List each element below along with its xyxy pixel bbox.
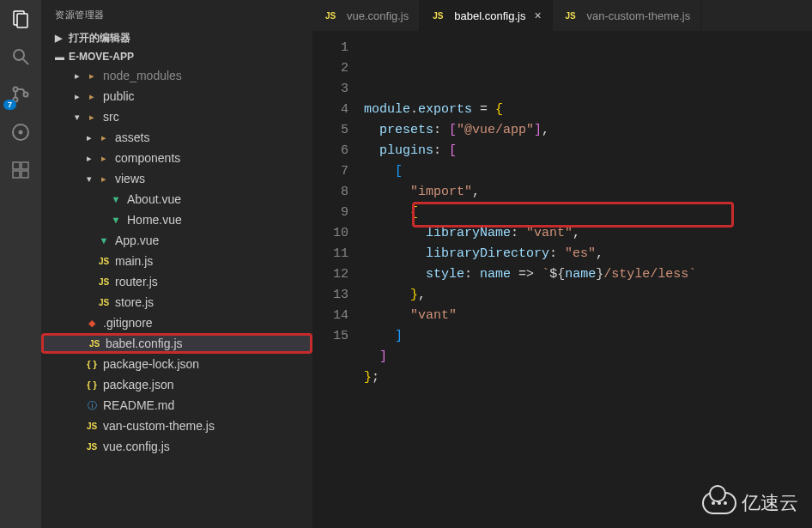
editor-body[interactable]: 123456789101112131415 module.exports = {…	[312, 31, 812, 528]
code-line[interactable]: },	[364, 285, 812, 306]
line-number: 14	[312, 306, 348, 326]
line-number: 4	[312, 100, 348, 120]
cloud-icon	[702, 492, 736, 514]
js-file-icon: JS	[323, 11, 338, 21]
tree-item[interactable]: ▸▸components	[41, 148, 312, 168]
line-number: 1	[312, 38, 348, 58]
sidebar-title: 资源管理器	[41, 0, 312, 28]
tree-item[interactable]: JSstore.js	[41, 292, 312, 313]
tree-item-label: router.js	[115, 275, 158, 288]
chevron-right-icon: ▸	[70, 70, 84, 82]
info-file-icon: ⓘ	[84, 399, 100, 412]
tree-item-label: node_modules	[103, 69, 182, 82]
tree-item-label: store.js	[115, 295, 154, 309]
tree-item[interactable]: ▸▸public	[41, 86, 312, 106]
vue-file-icon: ▼	[96, 235, 112, 246]
code-line[interactable]: ]	[364, 347, 812, 367]
tree-item-label: src	[103, 110, 119, 124]
tree-item[interactable]: ▾▸src	[41, 106, 312, 127]
file-tree[interactable]: ▸▸node_modules▸▸public▾▸src▸▸assets▸▸com…	[41, 65, 312, 528]
code-content[interactable]: module.exports = { presets: ["@vue/app"]…	[364, 31, 812, 528]
tree-item-label: App.vue	[115, 234, 159, 247]
tree-item-label: assets	[115, 130, 149, 144]
json-file-icon: { }	[84, 359, 100, 369]
code-line[interactable]: style: name => `${name}/style/less`	[364, 264, 812, 285]
chevron-right-icon: ▸	[82, 153, 96, 164]
line-number: 15	[312, 326, 348, 347]
tree-item[interactable]: ▸▸assets	[41, 127, 312, 148]
tree-item[interactable]: JSmain.js	[41, 251, 312, 271]
svg-point-8	[20, 131, 22, 134]
tree-item[interactable]: ▼App.vue	[41, 230, 312, 251]
js-file-icon: JS	[87, 339, 102, 349]
js-file-icon: JS	[84, 422, 100, 431]
code-line[interactable]: };	[364, 367, 812, 388]
line-number: 9	[312, 203, 348, 223]
svg-rect-9	[13, 162, 20, 169]
svg-point-6	[24, 93, 28, 97]
line-number: 11	[312, 244, 348, 264]
code-line[interactable]: ]	[364, 326, 812, 347]
editor-tab[interactable]: JSvan-custom-theme.js	[553, 0, 702, 31]
chevron-down-icon: ▾	[70, 112, 84, 123]
js-file-icon: JS	[96, 277, 112, 287]
explorer-icon[interactable]	[9, 7, 33, 31]
tree-item[interactable]: JSvan-custom-theme.js	[41, 416, 312, 436]
editor-tab[interactable]: JSvue.config.js	[312, 0, 420, 31]
tree-item[interactable]: JSrouter.js	[41, 271, 312, 292]
code-line[interactable]: module.exports = {	[364, 100, 812, 120]
code-line[interactable]: libraryDirectory: "es",	[364, 244, 812, 264]
extensions-icon[interactable]	[9, 158, 33, 182]
tree-item-label: README.md	[103, 398, 174, 412]
code-line[interactable]: "import",	[364, 182, 812, 203]
folder-icon: ▸	[96, 173, 112, 185]
js-file-icon: JS	[563, 11, 579, 21]
vue-file-icon: ▼	[108, 215, 124, 225]
source-control-icon[interactable]: 7	[9, 82, 33, 106]
js-file-icon: JS	[96, 257, 112, 266]
tree-item[interactable]: { }package-lock.json	[41, 354, 312, 374]
editor-area: JSvue.config.jsJSbabel.config.js×JSvan-c…	[312, 0, 812, 528]
tree-item-label: package.json	[103, 378, 174, 391]
js-file-icon: JS	[96, 298, 112, 307]
vue-file-icon: ▼	[108, 194, 124, 204]
code-line[interactable]: libraryName: "vant",	[364, 223, 812, 244]
tree-item[interactable]: ▼About.vue	[41, 189, 312, 209]
open-editors-section[interactable]: ▶ 打开的编辑器	[41, 28, 312, 48]
project-section[interactable]: ▬ E-MOVE-APP	[41, 48, 312, 65]
tree-item[interactable]: ▾▸views	[41, 168, 312, 189]
watermark: 亿速云	[702, 490, 798, 516]
tree-item[interactable]: ⓘREADME.md	[41, 395, 312, 416]
folder-icon: ▸	[96, 153, 112, 164]
tree-item-label: public	[103, 89, 135, 103]
tree-item[interactable]: ▼Home.vue	[41, 209, 312, 230]
tree-item[interactable]: JSvue.config.js	[41, 436, 312, 457]
svg-rect-1	[17, 14, 27, 27]
watermark-text: 亿速云	[742, 490, 798, 516]
tree-item[interactable]: JSbabel.config.js	[41, 333, 312, 354]
debug-icon[interactable]	[9, 120, 33, 144]
scm-badge: 7	[3, 100, 16, 110]
editor-tab[interactable]: JSbabel.config.js×	[420, 0, 552, 31]
close-icon[interactable]: ×	[534, 9, 541, 22]
js-file-icon: JS	[430, 11, 445, 21]
tree-item[interactable]: ▸▸node_modules	[41, 65, 312, 86]
svg-rect-10	[21, 162, 28, 169]
code-line[interactable]: "vant"	[364, 306, 812, 326]
tree-item-label: components	[115, 151, 180, 165]
line-number: 10	[312, 223, 348, 244]
tree-item[interactable]: ◆.gitignore	[41, 313, 312, 333]
code-line[interactable]	[364, 388, 812, 409]
line-number: 8	[312, 182, 348, 203]
line-number: 6	[312, 141, 348, 161]
svg-point-2	[14, 50, 24, 60]
code-line[interactable]: [	[364, 161, 812, 182]
tree-item-label: babel.config.js	[106, 337, 183, 350]
code-line[interactable]: presets: ["@vue/app"],	[364, 120, 812, 141]
tree-item[interactable]: { }package.json	[41, 374, 312, 395]
chevron-down-icon: ▬	[55, 52, 69, 62]
search-icon[interactable]	[9, 45, 33, 69]
code-line[interactable]: {	[364, 203, 812, 223]
section-label: 打开的编辑器	[69, 31, 130, 46]
code-line[interactable]: plugins: [	[364, 141, 812, 161]
